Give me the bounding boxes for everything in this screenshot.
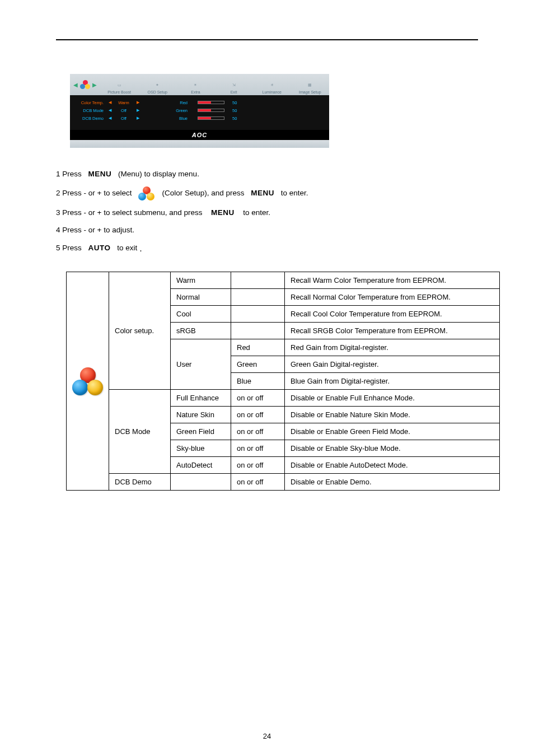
color-setup-icon xyxy=(80,80,90,89)
auto-keyword: AUTO xyxy=(88,243,111,254)
osd-body: Color Temp.◀Warm▶ Red50 DCB Mode◀Off▶ Gr… xyxy=(70,95,329,130)
osd-brand: AOC xyxy=(70,130,329,140)
menu-keyword: MENU xyxy=(211,208,235,218)
menu-keyword: MENU xyxy=(251,188,274,199)
step-4: 4 Press - or + to adjust. xyxy=(56,225,478,236)
group-cell: DCB Demo xyxy=(109,474,171,491)
table-row: DCB ModeFull Enhanceon or offDisable or … xyxy=(67,390,500,407)
osd-tab: ▦Image Setup xyxy=(296,80,325,94)
osd-tab: ✶Extra xyxy=(181,80,210,94)
step-5: 5 Press AUTO to exit. xyxy=(56,242,478,255)
menu-keyword: MENU xyxy=(88,169,112,180)
instruction-steps: 1 Press MENU (Menu) to display menu. 2 P… xyxy=(56,169,478,255)
table-row: Color setup. Warm Recall Warm Color Temp… xyxy=(67,272,500,289)
page-number: 24 xyxy=(0,732,534,740)
step-2: 2 Press - or + to select (Color Setup), … xyxy=(56,186,478,201)
step-3: 3 Press - or + to select submenu, and pr… xyxy=(56,208,478,218)
osd-tab: ☀Luminance xyxy=(257,80,287,94)
color-setup-icon xyxy=(72,367,103,395)
group-cell: DCB Mode xyxy=(109,390,171,474)
osd-tab-bar: ◀ ▶ ▭Picture Boost ✦OSD Setup ✶Extra ⇲Ex… xyxy=(70,74,329,95)
osd-row: Color Temp.◀Warm▶ Red50 xyxy=(76,99,324,106)
osd-screenshot: ◀ ▶ ▭Picture Boost ✦OSD Setup ✶Extra ⇲Ex… xyxy=(70,74,329,152)
osd-tab: ▭Picture Boost xyxy=(105,80,134,94)
document-page: ◀ ▶ ▭Picture Boost ✦OSD Setup ✶Extra ⇲Ex… xyxy=(0,0,534,756)
osd-tab: ✦OSD Setup xyxy=(143,80,172,94)
chevron-right-icon: ▶ xyxy=(92,82,97,88)
top-rule xyxy=(56,39,478,40)
osd-footer xyxy=(70,140,329,148)
chevron-left-icon: ◀ xyxy=(73,82,78,88)
group-cell: Color setup. xyxy=(109,272,171,390)
osd-row: DCB Demo◀Off▶ Blue50 xyxy=(76,114,324,122)
osd-tab: ⇲Exit xyxy=(219,80,249,94)
color-setup-icon xyxy=(138,186,155,201)
table-icon-cell xyxy=(67,272,109,491)
step-1: 1 Press MENU (Menu) to display menu. xyxy=(56,169,478,180)
settings-table: Color setup. Warm Recall Warm Color Temp… xyxy=(66,272,478,491)
table-row: DCB Demoon or offDisable or Enable Demo. xyxy=(67,474,500,491)
osd-row: DCB Mode◀Off▶ Green50 xyxy=(76,106,324,114)
